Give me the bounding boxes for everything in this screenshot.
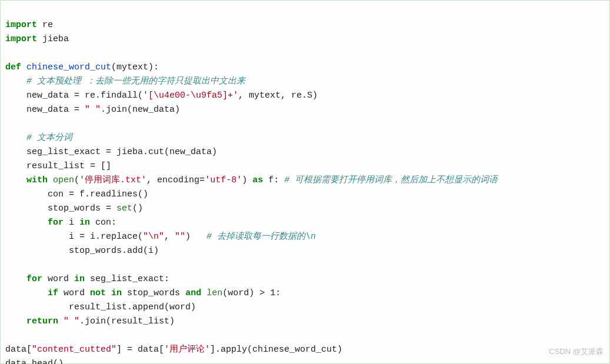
string-literal: " " (64, 316, 79, 326)
code-text: result_list = [] (5, 161, 111, 171)
code-text: , encoding= (146, 175, 205, 185)
code-text: stop_words = (5, 203, 116, 213)
code-text: i (64, 218, 79, 228)
builtin: len (206, 288, 222, 298)
string-literal: 'utf-8' (205, 175, 242, 185)
keyword: def (5, 62, 21, 72)
function-name: chinese_word_cut (21, 62, 111, 72)
string-literal: '[\u4e00-\u9fa5]+' (143, 91, 238, 101)
keyword: for (26, 274, 42, 284)
code-text (5, 218, 48, 228)
string-literal: " " (85, 105, 101, 115)
code-text: stop_words.add(i) (5, 246, 159, 256)
code-text: word (42, 274, 74, 284)
string-literal: "\n" (143, 232, 164, 242)
code-text: new_data = re.findall( (5, 91, 143, 101)
keyword: not (90, 288, 106, 298)
keyword: return (26, 316, 58, 326)
comment: # 去掉读取每一行数据的\n (206, 232, 316, 242)
builtin: set (116, 203, 132, 213)
keyword: in (111, 288, 122, 298)
code-text: , (164, 232, 175, 242)
code-text: seg_list_exact: (85, 274, 169, 284)
code-text: ) (185, 232, 206, 242)
keyword: with (26, 175, 48, 185)
code-text: .join(result_list) (79, 316, 175, 326)
code-text (58, 316, 64, 326)
code-text: ].apply(chinese_word_cut) (210, 345, 342, 355)
string-literal: "content_cutted" (32, 345, 116, 355)
code-text: con: (90, 218, 116, 228)
code-text: , mytext, re.S) (238, 91, 318, 101)
code-text: seg_list_exact = jieba.cut(new_data) (5, 147, 217, 157)
keyword: for (48, 218, 64, 228)
string-literal: '停用词库.txt' (79, 175, 146, 185)
code-text: jieba (37, 34, 69, 44)
code-text: stop_words (122, 288, 185, 298)
code-text: f: (263, 175, 284, 185)
comment: # 可根据需要打开停用词库，然后加上不想显示的词语 (284, 175, 498, 185)
code-text: ) (242, 175, 252, 185)
code-text: i = i.replace( (5, 232, 143, 242)
code-text: data.head() (5, 359, 64, 364)
string-literal: '用户评论' (164, 345, 210, 355)
keyword: in (79, 218, 90, 228)
code-block: import re import jieba def chinese_word_… (0, 0, 610, 364)
code-text: result_list.append(word) (5, 302, 196, 312)
keyword: if (48, 288, 58, 298)
code-text: (word) > 1: (222, 288, 281, 298)
keyword: as (252, 175, 263, 185)
code-text (5, 175, 26, 185)
code-text (5, 288, 48, 298)
code-text: con = f.readlines() (5, 189, 148, 199)
code-text (5, 316, 26, 326)
keyword: in (74, 274, 85, 284)
code-text: word (58, 288, 90, 298)
code-text: data[ (5, 345, 32, 355)
watermark-text: CSDN @艾派森 (549, 345, 604, 359)
code-text: re (37, 20, 53, 30)
keyword: import (5, 20, 37, 30)
keyword: and (185, 288, 201, 298)
code-text (201, 288, 206, 298)
code-text: () (132, 203, 143, 213)
code-text (48, 175, 53, 185)
code-text: .join(new_data) (101, 105, 180, 115)
code-text: ] = data[ (116, 345, 164, 355)
code-text: (mytext): (111, 62, 159, 72)
builtin: open (53, 175, 74, 185)
code-text (106, 288, 111, 298)
string-literal: "" (175, 232, 185, 242)
code-text: ( (74, 175, 79, 185)
comment: # 文本分词 (5, 133, 72, 143)
code-text (5, 274, 26, 284)
keyword: import (5, 34, 37, 44)
code-text: new_data = (5, 105, 85, 115)
comment: # 文本预处理 ：去除一些无用的字符只提取出中文出来 (5, 76, 245, 86)
